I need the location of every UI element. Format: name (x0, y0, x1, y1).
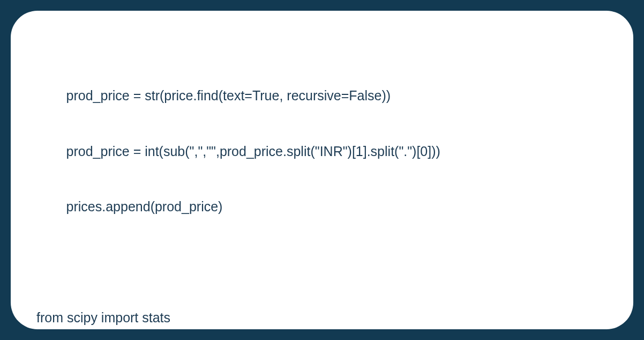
code-line: prod_price = str(price.find(text=True, r… (36, 86, 608, 105)
code-line (36, 253, 608, 272)
code-card: prod_price = str(price.find(text=True, r… (11, 11, 633, 329)
code-line: prod_price = int(sub(",","",prod_price.s… (36, 142, 608, 161)
code-line: prices.append(prod_price) (36, 197, 608, 216)
code-line: from scipy import stats (36, 308, 608, 327)
code-block: prod_price = str(price.find(text=True, r… (36, 49, 608, 340)
